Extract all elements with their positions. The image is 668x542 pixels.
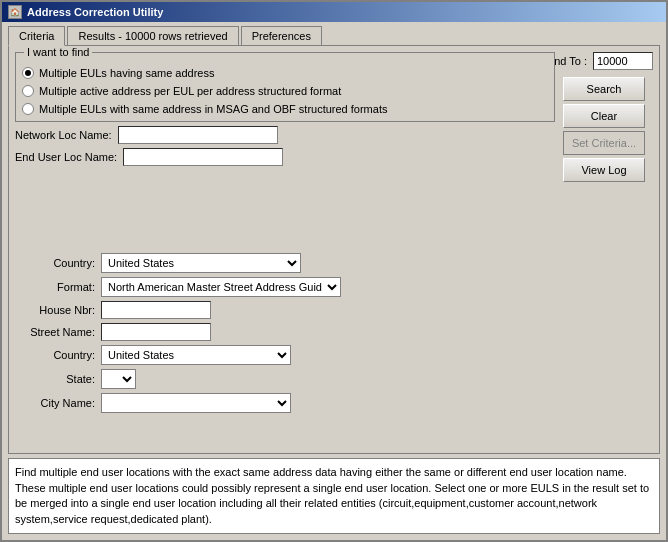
country-bottom-select[interactable]: United States Canada Mexico [101,345,291,365]
tab-preferences[interactable]: Preferences [241,26,322,45]
radio-multiple-active-address[interactable]: Multiple active address per EUL per addr… [22,85,548,97]
tab-criteria[interactable]: Criteria [8,26,65,46]
radio-multiple-euls-same-address[interactable]: Multiple EULs having same address [22,67,548,79]
group-legend: I want to find [24,46,92,58]
network-loc-name-label: Network Loc Name: [15,129,112,141]
tab-bar: Criteria Results - 10000 rows retrieved … [2,22,666,45]
street-name-row: Street Name: [15,323,653,341]
state-row: State: AL AK AZ [15,369,653,389]
state-select[interactable]: AL AK AZ [101,369,136,389]
country-top-label: Country: [15,257,95,269]
limit-input[interactable] [593,52,653,70]
house-nbr-row: House Nbr: [15,301,653,319]
right-panel: Limit Number Found To : Search Clear Set… [563,52,653,247]
country-bottom-label: Country: [15,349,95,361]
title-bar: 🏠 Address Correction Utility [2,2,666,22]
view-log-button[interactable]: View Log [563,158,645,182]
i-want-to-find-group: I want to find Multiple EULs having same… [15,52,555,122]
search-button[interactable]: Search [563,77,645,101]
network-loc-name-row: Network Loc Name: [15,126,555,144]
main-area: I want to find Multiple EULs having same… [15,52,653,247]
city-name-row: City Name: [15,393,653,413]
window-icon: 🏠 [8,5,22,19]
format-row: Format: North American Master Street Add… [15,277,653,297]
street-name-label: Street Name: [15,326,95,338]
window-title: Address Correction Utility [27,6,163,18]
description-text: Find multiple end user locations with th… [15,466,649,524]
left-panel: I want to find Multiple EULs having same… [15,52,555,247]
fields-right: Country: United States Canada Mexico For… [15,253,653,448]
main-window: 🏠 Address Correction Utility Criteria Re… [0,0,668,542]
format-select[interactable]: North American Master Street Address Gui… [101,277,341,297]
radio-multiple-euls-msag-obf[interactable]: Multiple EULs with same address in MSAG … [22,103,548,115]
tab-content-criteria: I want to find Multiple EULs having same… [8,45,660,454]
country-top-row: Country: United States Canada Mexico [15,253,653,273]
description-box: Find multiple end user locations with th… [8,458,660,534]
set-criteria-button: Set Criteria... [563,131,645,155]
country-bottom-row: Country: United States Canada Mexico [15,345,653,365]
fields-left: Network Loc Name: End User Loc Name: [15,126,555,166]
city-name-label: City Name: [15,397,95,409]
radio-label-3: Multiple EULs with same address in MSAG … [39,103,387,115]
clear-button[interactable]: Clear [563,104,645,128]
end-user-loc-name-row: End User Loc Name: [15,148,555,166]
city-name-select[interactable] [101,393,291,413]
format-label: Format: [15,281,95,293]
network-loc-name-input[interactable] [118,126,278,144]
limit-row: Limit Number Found To : [563,52,653,70]
house-nbr-label: House Nbr: [15,304,95,316]
radio-circle-3[interactable] [22,103,34,115]
tab-results[interactable]: Results - 10000 rows retrieved [67,26,238,45]
radio-circle-2[interactable] [22,85,34,97]
end-user-loc-name-input[interactable] [123,148,283,166]
house-nbr-input[interactable] [101,301,211,319]
radio-circle-1[interactable] [22,67,34,79]
street-name-input[interactable] [101,323,211,341]
state-label: State: [15,373,95,385]
country-top-select[interactable]: United States Canada Mexico [101,253,301,273]
end-user-loc-name-label: End User Loc Name: [15,151,117,163]
radio-label-1: Multiple EULs having same address [39,67,214,79]
radio-label-2: Multiple active address per EUL per addr… [39,85,341,97]
